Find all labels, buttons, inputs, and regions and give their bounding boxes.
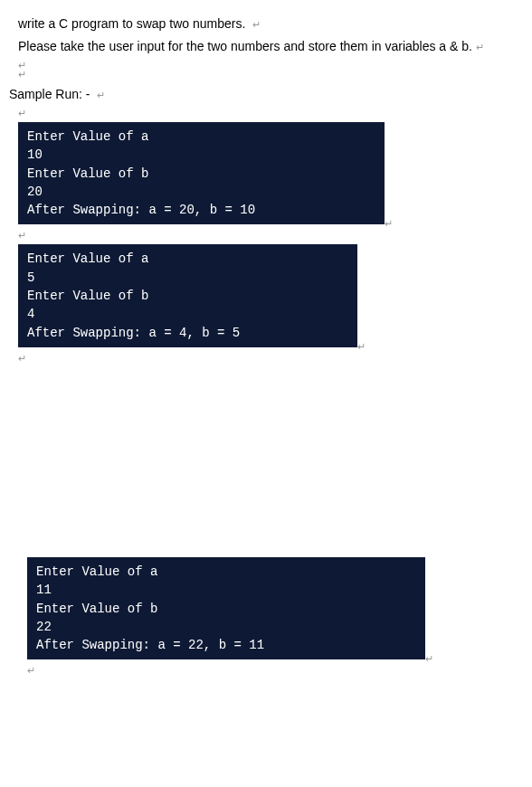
- return-mark: ↵: [425, 653, 433, 665]
- intro-line-1: write a C program to swap two numbers. ↵: [18, 14, 514, 33]
- console-line: Enter Value of b: [27, 287, 348, 305]
- blank-line: ↵: [18, 60, 514, 69]
- intro-line-2: Please take the user input for the two n…: [18, 37, 514, 56]
- console-output-3: Enter Value of a11Enter Value of b22Afte…: [27, 557, 425, 659]
- console-line: Enter Value of a: [27, 128, 375, 146]
- console-line: 10: [27, 146, 375, 164]
- blank-line: ↵: [18, 353, 514, 362]
- sample-run-text: Sample Run: -: [9, 87, 90, 101]
- console-line: Enter Value of b: [27, 165, 375, 183]
- blank-line: ↵: [18, 108, 514, 117]
- console-line: After Swapping: a = 4, b = 5: [27, 324, 348, 342]
- return-mark: ↵: [385, 218, 393, 230]
- console-line: After Swapping: a = 22, b = 11: [36, 636, 416, 654]
- console-line: 22: [36, 618, 416, 636]
- blank-line: ↵: [27, 665, 514, 674]
- intro-text-2: Please take the user input for the two n…: [18, 39, 472, 53]
- intro-text-1: write a C program to swap two numbers.: [18, 16, 245, 31]
- console-line: 11: [36, 581, 416, 599]
- console-line: 4: [27, 305, 348, 323]
- return-mark: ↵: [252, 19, 261, 30]
- console-output-1: Enter Value of a10Enter Value of b20Afte…: [18, 122, 385, 224]
- sample-run-label: Sample Run: - ↵: [9, 85, 514, 104]
- console-line: Enter Value of a: [36, 563, 416, 581]
- console-line: Enter Value of b: [36, 600, 416, 618]
- blank-line: ↵: [18, 69, 514, 78]
- return-mark: ↵: [476, 42, 484, 52]
- console-line: After Swapping: a = 20, b = 10: [27, 201, 375, 219]
- console-output-2: Enter Value of a5Enter Value of b4After …: [18, 244, 357, 346]
- return-mark: ↵: [357, 341, 366, 353]
- console-line: 5: [27, 269, 348, 287]
- return-mark: ↵: [97, 90, 105, 100]
- blank-line: ↵: [18, 230, 514, 239]
- console-line: 20: [27, 183, 375, 201]
- console-line: Enter Value of a: [27, 250, 348, 268]
